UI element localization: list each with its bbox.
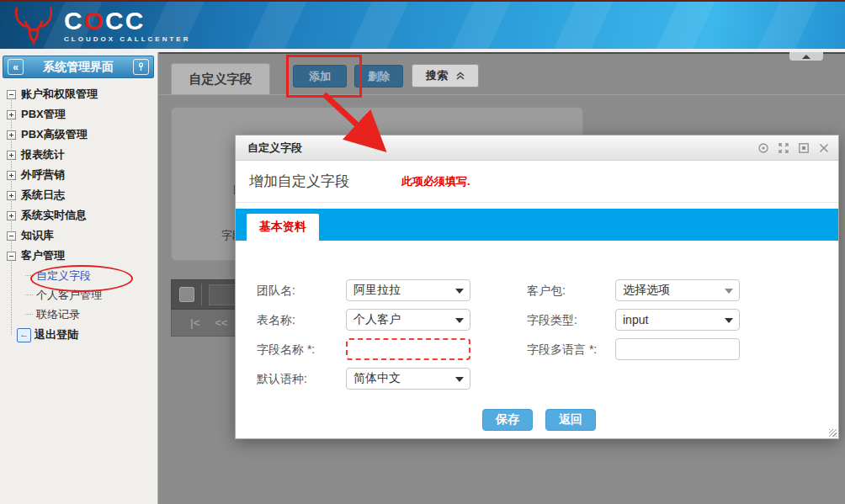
app-logo: COCC CLOUDOX CALLCENTER: [12, 5, 190, 45]
sidebar-tree: 账户和权限管理 PBX管理 PBX高级管理 报表统计 外呼营销 系统日志 系统实…: [7, 84, 154, 346]
expand-plus-icon[interactable]: [7, 151, 16, 160]
panel-collapse-handle[interactable]: [789, 52, 823, 61]
pin-icon[interactable]: [133, 59, 149, 75]
sidebar-item-pbx-advanced[interactable]: PBX高级管理: [7, 125, 154, 145]
dialog-section-header: 增加自定义字段 此项必须填写.: [236, 161, 838, 202]
field-type-label: 字段类型:: [527, 313, 577, 328]
app-header: COCC CLOUDOX CALLCENTER: [0, 0, 845, 49]
expand-minus-icon[interactable]: [7, 90, 16, 99]
sidebar-item-label: PBX高级管理: [21, 127, 88, 142]
sidebar-title: 系统管理界面: [24, 60, 133, 75]
section-separator: [236, 202, 838, 203]
resize-handle-bottomright[interactable]: [829, 429, 837, 437]
field-name-input[interactable]: [346, 338, 470, 360]
delete-button[interactable]: 删除: [354, 65, 403, 88]
logout-arrow-icon: ←: [17, 328, 31, 342]
refresh-icon[interactable]: [757, 141, 769, 154]
sidebar-item-knowledge[interactable]: 知识库: [7, 225, 154, 246]
sidebar-item-outbound[interactable]: 外呼营销: [7, 165, 154, 185]
team-label: 团队名:: [257, 284, 295, 299]
table-name-select[interactable]: 个人客户: [346, 309, 470, 331]
field-type-select-value: input: [623, 313, 648, 326]
sidebar-item-label: 自定义字段: [36, 268, 91, 284]
sidebar-item-label: 退出登陆: [35, 327, 78, 342]
sidebar-item-label: 外呼营销: [21, 167, 65, 183]
sidebar-item-customer-mgmt[interactable]: 客户管理: [7, 246, 154, 266]
team-select[interactable]: 阿里拉拉: [346, 279, 470, 301]
tab-basic-info[interactable]: 基本资料: [247, 214, 319, 241]
content-top-border: [159, 52, 845, 54]
expand-minus-icon[interactable]: [7, 252, 16, 261]
sidebar-item-reports[interactable]: 报表统计: [7, 145, 154, 165]
search-button-label: 搜索: [426, 68, 448, 83]
customer-package-label: 客户包:: [527, 284, 566, 299]
sidebar-collapse-icon[interactable]: «: [8, 59, 24, 75]
sidebar-item-label: 系统实时信息: [21, 208, 87, 223]
dialog-titlebar[interactable]: 自定义字段: [236, 135, 838, 161]
back-button[interactable]: 返回: [545, 409, 596, 431]
sidebar-item-realtime[interactable]: 系统实时信息: [7, 205, 154, 225]
expand-plus-icon[interactable]: [7, 191, 16, 200]
content-area: 自定义字段 添加 删除 搜索 团队名: 字段名称: 表名称 |< <<: [159, 52, 845, 504]
sidebar-item-label: 账户和权限管理: [21, 87, 98, 102]
sidebar-item-logout[interactable]: ← 退出登陆: [7, 324, 154, 346]
triangle-up-icon: [802, 55, 810, 59]
dialog-form: 团队名: 阿里拉拉 表名称: 个人客户 字段名称 *: 默认语种: 简体中文 客…: [236, 241, 838, 439]
expand-plus-icon[interactable]: [7, 211, 16, 220]
field-name-label: 字段名称 *:: [257, 342, 315, 358]
search-button[interactable]: 搜索: [412, 64, 479, 88]
dialog-tabbar: 基本资料: [236, 209, 838, 241]
sidebar-item-label: PBX管理: [21, 107, 66, 122]
expand-plus-icon[interactable]: [7, 130, 16, 140]
expand-plus-icon[interactable]: [7, 110, 16, 119]
pager-prev-icon[interactable]: <<: [215, 316, 227, 329]
customer-package-select[interactable]: 选择选项: [615, 279, 740, 301]
maximize-icon[interactable]: [777, 141, 789, 154]
pager-first-icon[interactable]: |<: [190, 316, 199, 329]
default-language-select-value: 简体中文: [353, 371, 401, 386]
sidebar-item-accounts[interactable]: 账户和权限管理: [7, 84, 154, 104]
double-chevron-up-icon: [456, 72, 465, 80]
grid-divider: [201, 284, 202, 305]
expand-plus-icon[interactable]: [7, 171, 16, 180]
select-all-checkbox[interactable]: [179, 287, 194, 302]
table-name-label: 表名称:: [257, 313, 295, 328]
custom-field-dialog: 自定义字段: [235, 135, 839, 439]
resize-handle-topleft[interactable]: [235, 129, 242, 135]
chevron-down-icon: [455, 318, 464, 323]
chevron-down-icon: [455, 289, 464, 294]
sidebar-item-label: 客户管理: [21, 248, 65, 263]
sidebar-item-label: 报表统计: [21, 147, 65, 162]
sidebar-titlebar: « 系统管理界面: [3, 56, 154, 78]
chevron-down-icon: [725, 318, 733, 323]
dialog-title: 自定义字段: [247, 141, 757, 156]
brand-tagline: CLOUDOX CALLCENTER: [64, 35, 190, 43]
sidebar-item-custom-fields[interactable]: 自定义字段: [7, 266, 154, 285]
chevron-down-icon: [725, 289, 733, 294]
customer-package-select-value: 选择选项: [623, 283, 670, 298]
team-select-value: 阿里拉拉: [353, 283, 401, 298]
sidebar-item-pbx[interactable]: PBX管理: [7, 104, 154, 125]
section-title: 增加自定义字段: [249, 172, 349, 191]
field-i18n-input[interactable]: [615, 338, 740, 360]
sidebar-item-contact-records[interactable]: 联络记录: [7, 305, 154, 324]
sidebar-children: 自定义字段 个人客户管理 联络记录: [7, 266, 154, 324]
bull-logo-icon: [12, 5, 56, 45]
sidebar-item-label: 系统日志: [21, 188, 65, 203]
main-row: « 系统管理界面 账户和权限管理 PBX管理 PBX高级管理 报表统计 外呼营销…: [0, 52, 845, 504]
default-language-label: 默认语种:: [257, 372, 307, 387]
field-type-select[interactable]: input: [615, 309, 740, 331]
window-tools: [757, 141, 830, 154]
save-button[interactable]: 保存: [482, 409, 533, 431]
close-icon[interactable]: [817, 141, 830, 154]
tab-custom-fields[interactable]: 自定义字段: [171, 63, 270, 94]
add-button[interactable]: 添加: [293, 65, 347, 88]
expand-minus-icon[interactable]: [7, 231, 16, 241]
sidebar-item-personal-customers[interactable]: 个人客户管理: [7, 285, 154, 305]
default-language-select[interactable]: 简体中文: [346, 368, 470, 390]
sidebar-item-syslog[interactable]: 系统日志: [7, 185, 154, 205]
sidebar-item-label: 联络记录: [36, 307, 80, 322]
restore-icon[interactable]: [797, 141, 810, 154]
sidebar-item-label: 个人客户管理: [36, 288, 102, 303]
field-i18n-label: 字段多语言 *:: [527, 342, 597, 358]
